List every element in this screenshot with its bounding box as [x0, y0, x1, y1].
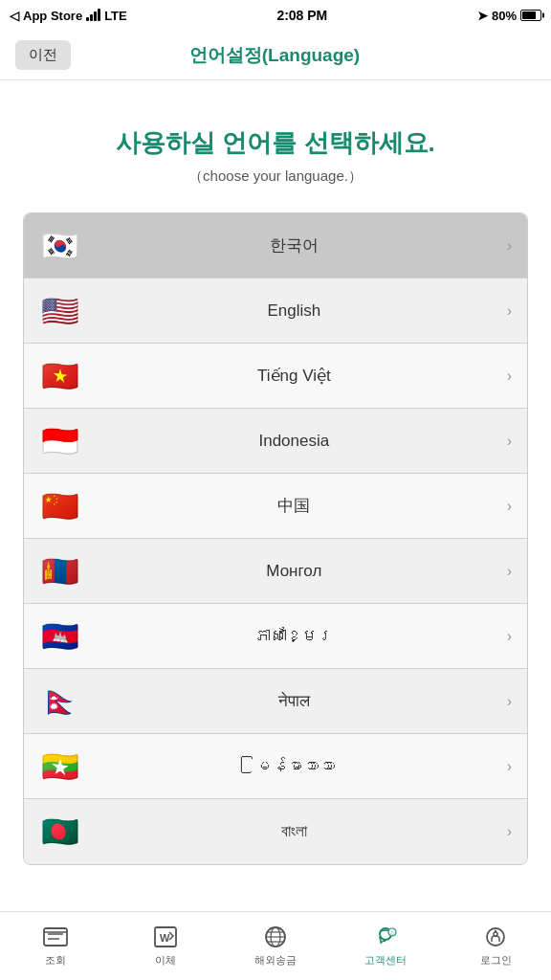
login-icon	[481, 924, 510, 949]
language-item[interactable]: 🇮🇩Indonesia›	[24, 409, 527, 474]
flag-icon: 🇮🇩	[39, 420, 81, 462]
svg-text:W: W	[160, 932, 170, 944]
tab-bar: 조회 W 이체 해외송금	[0, 911, 551, 980]
tab-inquiry[interactable]: 조회	[0, 924, 110, 968]
svg-text:♫: ♫	[390, 930, 395, 936]
carrier-label: App Store	[23, 9, 82, 23]
flag-icon: 🇰🇭	[39, 615, 81, 657]
language-name: Tiếng Việt	[81, 366, 507, 386]
language-name: English	[81, 301, 507, 321]
language-item[interactable]: 🇲🇲မြန်မာဘာသာ›	[24, 734, 527, 799]
language-name: Монгол	[81, 562, 507, 581]
status-bar: ◁ App Store LTE 2:08 PM ➤ 80%	[0, 0, 551, 31]
flag-icon: 🇳🇵	[39, 680, 81, 723]
language-name: বাংলা	[81, 822, 507, 841]
location-icon: ➤	[477, 9, 488, 23]
header-title: 사용하실 언어를 선택하세요.	[19, 126, 532, 160]
flag-icon: 🇲🇲	[39, 746, 81, 788]
chevron-right-icon: ›	[507, 368, 512, 385]
language-name: မြန်မာဘာသာ	[81, 757, 507, 776]
flag-icon: 🇰🇷	[39, 225, 81, 267]
chevron-right-icon: ›	[507, 758, 512, 775]
language-item[interactable]: 🇰🇭ភាសាខ្មែរ›	[24, 604, 527, 669]
chevron-right-icon: ›	[507, 237, 512, 255]
inquiry-icon	[41, 924, 70, 949]
tab-customer-label: 고객센터	[364, 953, 407, 968]
svg-point-16	[494, 932, 497, 936]
status-right: ➤ 80%	[477, 9, 541, 23]
chevron-right-icon: ›	[507, 628, 512, 645]
overseas-icon	[261, 924, 290, 949]
customer-icon: ♫	[371, 924, 400, 949]
language-item[interactable]: 🇺🇸English›	[24, 278, 527, 344]
tab-transfer-label: 이체	[155, 953, 176, 968]
language-item[interactable]: 🇻🇳Tiếng Việt›	[24, 344, 527, 409]
tab-login-label: 로그인	[480, 953, 512, 968]
flag-icon: 🇺🇸	[39, 290, 81, 332]
flag-icon: 🇧🇩	[39, 811, 81, 853]
chevron-right-icon: ›	[507, 823, 512, 840]
flag-icon: 🇲🇳	[39, 550, 81, 592]
language-item[interactable]: 🇧🇩বাংলা›	[24, 799, 527, 864]
tab-transfer[interactable]: W 이체	[110, 924, 220, 968]
chevron-right-icon: ›	[507, 433, 512, 450]
flag-icon: 🇨🇳	[39, 485, 81, 527]
chevron-right-icon: ›	[507, 693, 512, 710]
signal-bars	[86, 10, 100, 21]
tab-customer[interactable]: ♫ 고객센터	[331, 924, 441, 968]
flag-icon: 🇻🇳	[39, 355, 81, 397]
language-list: 🇰🇷한국어›🇺🇸English›🇻🇳Tiếng Việt›🇮🇩Indonesia…	[23, 212, 528, 865]
language-name: नेपाल	[81, 692, 507, 711]
language-name: 中国	[81, 495, 507, 517]
language-name: ភាសាខ្មែរ	[81, 627, 507, 646]
language-item[interactable]: 🇳🇵नेपाल›	[24, 669, 527, 734]
page-header: 사용하실 언어를 선택하세요. （choose your language.）	[0, 80, 551, 212]
language-name: Indonesia	[81, 432, 507, 451]
header-subtitle: （choose your language.）	[19, 167, 532, 186]
back-arrow-icon: ◁	[10, 9, 19, 23]
nav-bar: 이전 언어설정(Language)	[0, 31, 551, 80]
language-item[interactable]: 🇨🇳中国›	[24, 474, 527, 539]
back-button[interactable]: 이전	[15, 40, 71, 70]
status-left: ◁ App Store LTE	[10, 9, 127, 23]
tab-login[interactable]: 로그인	[441, 924, 551, 968]
transfer-icon: W	[151, 924, 180, 949]
tab-inquiry-label: 조회	[45, 953, 66, 968]
tab-overseas-label: 해외송금	[254, 953, 297, 968]
chevron-right-icon: ›	[507, 498, 512, 515]
language-item[interactable]: 🇰🇷한국어›	[24, 213, 527, 278]
page-title: 언어설정(Language)	[71, 43, 478, 68]
battery-icon	[520, 10, 541, 21]
network-type: LTE	[104, 9, 127, 23]
svg-rect-0	[44, 928, 67, 946]
language-name: 한국어	[81, 234, 507, 256]
tab-overseas[interactable]: 해외송금	[220, 924, 330, 968]
language-item[interactable]: 🇲🇳Монгол›	[24, 539, 527, 604]
status-time: 2:08 PM	[276, 8, 327, 23]
chevron-right-icon: ›	[507, 563, 512, 580]
chevron-right-icon: ›	[507, 302, 512, 320]
battery-percent: 80%	[492, 9, 517, 23]
